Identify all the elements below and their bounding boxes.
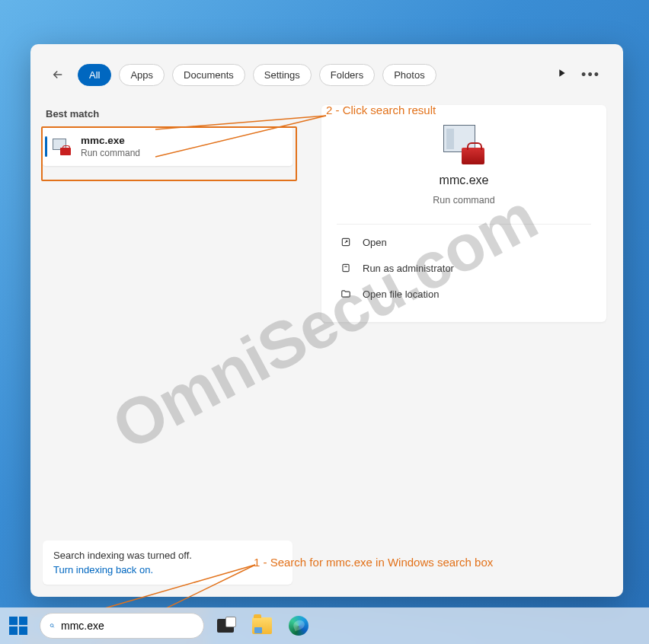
indexing-link[interactable]: Turn indexing back on. [53,564,282,575]
result-item-mmc[interactable]: mmc.exe Run command [43,127,293,166]
tab-folders[interactable]: Folders [319,64,375,86]
detail-title: mmc.exe [440,174,489,187]
svg-rect-1 [343,264,349,271]
result-subtitle: Run command [81,148,140,158]
action-run-admin-label: Run as administrator [363,263,454,274]
file-explorer-icon [252,617,272,634]
search-input[interactable] [61,620,194,632]
detail-subtitle: Run command [433,195,494,206]
taskbar-explorer[interactable] [247,611,277,641]
section-best-match: Best match [43,104,293,127]
indexing-message: Search indexing was turned off. [53,550,282,561]
shield-icon [340,262,352,274]
taskview-icon [217,619,234,633]
start-button[interactable] [3,611,34,641]
results-pane: Best match mmc.exe Run command Search in… [30,97,305,597]
play-icon[interactable] [555,67,567,82]
tab-all[interactable]: All [78,64,111,86]
action-open-label: Open [363,237,387,248]
action-open-location[interactable]: Open file location [337,281,591,307]
tab-settings[interactable]: Settings [253,64,312,86]
detail-pane: mmc.exe Run command Open Run as a [305,97,623,597]
edge-icon [289,616,309,636]
open-icon [340,236,352,248]
back-button[interactable] [46,62,70,87]
folder-icon [340,288,352,300]
taskbar [0,607,649,644]
search-icon [50,620,55,632]
tab-apps[interactable]: Apps [119,64,165,86]
taskbar-search-box[interactable] [40,613,204,639]
more-icon[interactable]: ••• [581,67,600,83]
search-flyout: All Apps Documents Settings Folders Phot… [30,44,623,597]
action-open-location-label: Open file location [363,289,439,300]
detail-mmc-icon [443,125,484,166]
tab-photos[interactable]: Photos [382,64,436,86]
svg-point-6 [50,624,53,627]
action-run-admin[interactable]: Run as administrator [337,255,591,281]
windows-logo-icon [9,617,27,635]
tab-documents[interactable]: Documents [172,64,245,86]
result-title: mmc.exe [81,135,140,146]
svg-line-7 [53,626,53,627]
indexing-notice: Search indexing was turned off. Turn ind… [43,540,293,585]
taskbar-taskview[interactable] [210,611,241,641]
mmc-icon [52,137,72,157]
action-open[interactable]: Open [337,229,591,255]
search-tabs: All Apps Documents Settings Folders Phot… [30,44,623,97]
taskbar-edge[interactable] [283,611,314,641]
